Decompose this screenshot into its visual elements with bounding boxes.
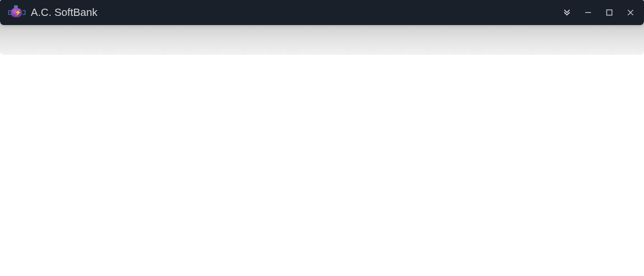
application-window: ⚡ A.C. SoftBank xyxy=(0,0,644,276)
app-title: A.C. SoftBank xyxy=(31,6,556,19)
minimize-icon xyxy=(585,9,591,16)
maximize-button[interactable] xyxy=(599,0,620,25)
collapse-button[interactable] xyxy=(556,0,578,25)
close-button[interactable] xyxy=(620,0,641,25)
minimize-button[interactable] xyxy=(578,0,599,25)
app-icon: ⚡ xyxy=(9,6,25,19)
titlebar[interactable]: ⚡ A.C. SoftBank xyxy=(0,0,644,25)
svg-rect-1 xyxy=(607,10,612,15)
content-area xyxy=(0,55,644,276)
chevron-double-down-icon xyxy=(563,9,571,16)
close-icon xyxy=(627,9,634,16)
window-controls xyxy=(556,0,641,25)
maximize-icon xyxy=(606,9,613,16)
toolbar-area xyxy=(0,23,644,55)
engine-icon: ⚡ xyxy=(9,6,25,19)
